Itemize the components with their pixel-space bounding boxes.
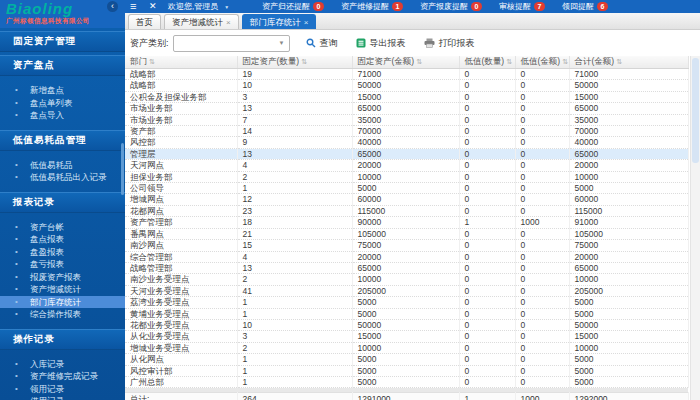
- table-row[interactable]: 担保业务部2100000010000: [125, 171, 688, 182]
- table-row[interactable]: 风控部9400000040000: [125, 137, 688, 148]
- sidebar-item[interactable]: •资产维修完成记录: [0, 370, 125, 383]
- table-cell: 0: [515, 137, 569, 148]
- sidebar-item[interactable]: •盘点单列表: [0, 97, 125, 110]
- table-cell: 5000: [352, 376, 459, 387]
- sidebar-item[interactable]: •低值易耗品出入记录: [0, 171, 125, 184]
- table-row[interactable]: 南沙网点15750000075000: [125, 240, 688, 251]
- sidebar-scrollbar[interactable]: [121, 143, 124, 195]
- reminder-label: 资产报废提醒: [420, 1, 468, 12]
- sidebar-item[interactable]: •报废资产报表: [0, 271, 125, 284]
- table-row[interactable]: 风控审计部15000005000: [125, 365, 688, 376]
- table-row[interactable]: 广州总部15000005000: [125, 376, 688, 387]
- category-select[interactable]: ▼: [173, 35, 290, 52]
- table-row[interactable]: 番禺网点2110500000105000: [125, 228, 688, 239]
- table-cell: 5000: [569, 183, 688, 194]
- sidebar-section-title[interactable]: 低值易耗品管理: [0, 130, 125, 151]
- column-header[interactable]: 合计(金额)⇅: [569, 56, 688, 69]
- reminder-item[interactable]: 资产报废提醒0: [420, 1, 482, 12]
- user-menu[interactable]: 欢迎您,管理员▼: [168, 0, 229, 13]
- sidebar-item[interactable]: •盘点导入: [0, 109, 125, 122]
- sort-icon: ⇅: [506, 58, 512, 65]
- sidebar-item[interactable]: •资产台帐: [0, 221, 125, 234]
- table-cell: 105000: [352, 228, 459, 239]
- table-row[interactable]: 荔湾业务受理点15000005000: [125, 297, 688, 308]
- reminder-item[interactable]: 审核提醒7: [499, 1, 545, 12]
- sidebar-item[interactable]: •低值易耗品: [0, 159, 125, 172]
- table-row[interactable]: 战略管理部13650000065000: [125, 262, 688, 273]
- sidebar-item[interactable]: •领用记录: [0, 383, 125, 396]
- table-cell: 12: [237, 194, 352, 205]
- tab[interactable]: 首页: [128, 14, 161, 29]
- sidebar-item[interactable]: •综合操作报表: [0, 308, 125, 321]
- reminder-item[interactable]: 资产维修提醒1: [341, 1, 403, 12]
- tab-close-icon[interactable]: ×: [304, 16, 309, 29]
- table-row[interactable]: 战略部19710000071000: [125, 69, 688, 80]
- table-row[interactable]: 从化网点15000005000: [125, 354, 688, 365]
- table-cell: 0: [459, 183, 515, 194]
- table-cell: 0: [459, 319, 515, 330]
- export-report-button[interactable]: 导出报表: [356, 37, 406, 50]
- table-cell: 3: [237, 91, 352, 102]
- table-row[interactable]: 公司领导15000005000: [125, 183, 688, 194]
- table-row[interactable]: 从化业务受理点3150000015000: [125, 331, 688, 342]
- sidebar-item[interactable]: •盘盈报表: [0, 246, 125, 259]
- column-header-label: 低值(数量): [465, 56, 505, 66]
- bullet-icon: •: [15, 296, 18, 309]
- tab[interactable]: 资产增减统计×: [164, 14, 239, 29]
- bullet-icon: •: [15, 233, 18, 246]
- table-cell: 5000: [569, 376, 688, 387]
- scrollbar-thumb[interactable]: [692, 58, 699, 163]
- sidebar-section-title[interactable]: 报表记录: [0, 192, 125, 213]
- hamburger-menu-icon[interactable]: ≡: [130, 0, 136, 13]
- collapse-circle-icon[interactable]: ‹: [107, 1, 118, 12]
- column-header[interactable]: 部门⇅: [125, 56, 237, 69]
- table-row[interactable]: 天河业务受理点4120500000205000: [125, 285, 688, 296]
- table-row[interactable]: 增城业务受理点2100000010000: [125, 342, 688, 353]
- table-row[interactable]: 花都业务受理点10500000050000: [125, 319, 688, 330]
- table-row[interactable]: 资产管理部18900001100091000: [125, 217, 688, 228]
- table-cell: 0: [459, 365, 515, 376]
- sidebar-section-title[interactable]: 资产盘点: [0, 55, 125, 76]
- table-row[interactable]: 战略部10500000050000: [125, 80, 688, 91]
- sidebar-item[interactable]: •盘点报表: [0, 233, 125, 246]
- table-cell: 65000: [352, 148, 459, 159]
- reminder-item[interactable]: 资产归还提醒0: [262, 1, 324, 12]
- table-row[interactable]: 增城网点12600000060000: [125, 194, 688, 205]
- print-report-button[interactable]: 打印报表: [424, 37, 475, 50]
- tab-close-icon[interactable]: ×: [226, 16, 231, 29]
- main-scrollbar[interactable]: [690, 56, 700, 400]
- table-row[interactable]: 市场业务部13650000065000: [125, 103, 688, 114]
- reminder-count-badge: 0: [471, 2, 482, 11]
- sidebar-item[interactable]: •入库记录: [0, 358, 125, 371]
- column-header[interactable]: 固定资产(金额)⇅: [352, 56, 459, 69]
- sidebar-item[interactable]: •盘亏报表: [0, 258, 125, 271]
- table-cell: 10: [237, 80, 352, 91]
- table-row[interactable]: 天河网点4200000020000: [125, 160, 688, 171]
- table-cell: 0: [515, 331, 569, 342]
- close-icon[interactable]: ✕: [149, 0, 157, 13]
- table-cell: 0: [459, 148, 515, 159]
- table-row[interactable]: 资产部14700000070000: [125, 126, 688, 137]
- sidebar-section-title[interactable]: 固定资产管理: [0, 31, 125, 52]
- table-row[interactable]: 黄埔业务受理点15000005000: [125, 308, 688, 319]
- sidebar-item[interactable]: •资产增减统计: [0, 283, 125, 296]
- sidebar-item[interactable]: •新增盘点: [0, 84, 125, 97]
- search-button[interactable]: 查询: [306, 37, 338, 50]
- table-row[interactable]: 南沙业务受理点2100000010000: [125, 274, 688, 285]
- table-cell: 50000: [569, 319, 688, 330]
- reminder-item[interactable]: 领回提醒6: [562, 1, 608, 12]
- table-row[interactable]: 综合管理部4200000020000: [125, 251, 688, 262]
- sidebar-section-title[interactable]: 操作记录: [0, 329, 125, 350]
- sidebar-item[interactable]: •借用记录: [0, 395, 125, 400]
- sidebar-item[interactable]: •部门库存统计: [0, 296, 125, 309]
- table-row[interactable]: 市场业务部7350000035000: [125, 114, 688, 125]
- table-row[interactable]: 花都网点2311500000115000: [125, 205, 688, 216]
- column-header[interactable]: 低值(数量)⇅: [459, 56, 515, 69]
- tab[interactable]: 部门库存统计×: [242, 14, 317, 29]
- column-header[interactable]: 固定资产(数量)⇅: [237, 56, 352, 69]
- column-header[interactable]: 低值(金额)⇅: [515, 56, 569, 69]
- table-cell: 21: [237, 228, 352, 239]
- table-row[interactable]: 公积金及担保业务部3150000015000: [125, 91, 688, 102]
- table-cell: 0: [515, 228, 569, 239]
- table-row[interactable]: 管理层13650000065000: [125, 148, 688, 159]
